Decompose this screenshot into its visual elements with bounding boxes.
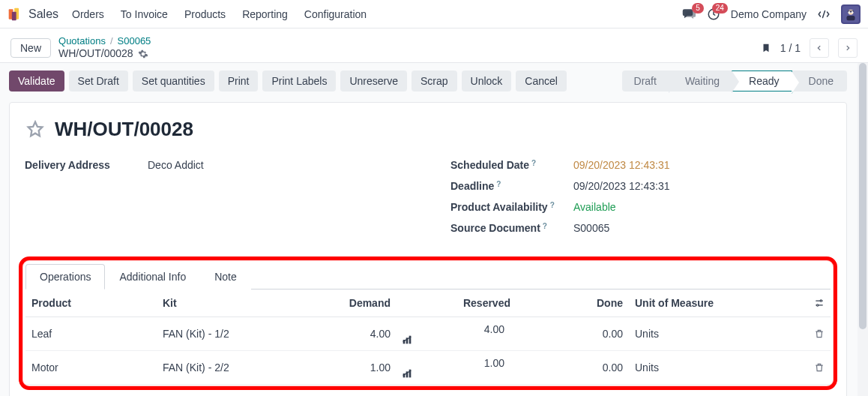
cell-kit: FAN (Kit) - 1/2 <box>157 317 307 351</box>
cell-kit: FAN (Kit) - 2/2 <box>157 351 307 385</box>
company-name[interactable]: Demo Company <box>731 8 807 20</box>
pager-count[interactable]: 1 / 1 <box>780 42 801 54</box>
cell-done[interactable]: 0.00 <box>516 351 629 385</box>
col-uom[interactable]: Unit of Measure <box>629 290 808 317</box>
top-nav: Sales Orders To Invoice Products Reporti… <box>0 0 868 28</box>
bookmark-icon[interactable] <box>761 42 771 54</box>
tab-additional-info[interactable]: Additional Info <box>105 264 200 290</box>
delete-row-icon[interactable] <box>814 328 825 339</box>
tab-note[interactable]: Note <box>200 264 251 290</box>
nav-products[interactable]: Products <box>184 8 226 20</box>
breadcrumb-record: WH/OUT/00028 <box>58 47 133 61</box>
breadcrumb-bar: New Quotations / S00065 WH/OUT/00028 1 /… <box>0 28 868 63</box>
nav-configuration[interactable]: Configuration <box>304 8 367 20</box>
delete-row-icon[interactable] <box>814 362 825 373</box>
gear-icon[interactable] <box>138 49 148 59</box>
svg-point-10 <box>820 300 822 302</box>
vertical-scrollbar[interactable] <box>858 63 868 396</box>
activity-badge: 24 <box>712 3 728 14</box>
status-draft[interactable]: Draft <box>622 70 669 92</box>
cell-demand[interactable]: 4.00 <box>307 317 397 351</box>
col-demand[interactable]: Demand <box>307 290 397 317</box>
validate-button[interactable]: Validate <box>9 70 64 92</box>
cell-reserved[interactable]: 1.00 <box>397 351 516 385</box>
source-document-label: Source Document? <box>450 222 563 234</box>
deadline-value: 09/20/2023 12:43:31 <box>573 180 669 192</box>
col-kit[interactable]: Kit <box>157 290 307 317</box>
scheduled-date-value[interactable]: 09/20/2023 12:43:31 <box>573 159 669 171</box>
status-bar: Draft Waiting Ready Done <box>622 70 847 92</box>
columns-options-icon[interactable] <box>814 298 825 308</box>
svg-point-11 <box>817 304 819 306</box>
table-row[interactable]: Motor FAN (Kit) - 2/2 1.00 1.00 0.00 Uni… <box>25 351 831 385</box>
help-icon[interactable]: ? <box>531 159 536 167</box>
app-title[interactable]: Sales <box>28 8 58 21</box>
pager-prev-button[interactable] <box>810 38 829 58</box>
status-waiting[interactable]: Waiting <box>669 70 732 92</box>
print-labels-button[interactable]: Print Labels <box>262 70 336 92</box>
add-line-link[interactable]: Add a line <box>25 390 831 396</box>
pager-next-button[interactable] <box>838 38 858 58</box>
unlock-button[interactable]: Unlock <box>462 70 512 92</box>
tab-bar: Operations Additional Info Note <box>25 263 831 290</box>
tab-operations[interactable]: Operations <box>25 264 105 290</box>
availability-value: Available <box>573 201 616 213</box>
svg-rect-2 <box>12 11 16 20</box>
breadcrumb-order[interactable]: S00065 <box>118 35 151 47</box>
cell-reserved[interactable]: 4.00 <box>397 317 516 351</box>
set-quantities-button[interactable]: Set quantities <box>133 70 214 92</box>
cell-done[interactable]: 0.00 <box>516 317 629 351</box>
forecast-icon[interactable] <box>403 369 510 378</box>
activity-icon[interactable]: 24 <box>707 8 720 21</box>
favorite-star-icon[interactable] <box>25 119 46 140</box>
delivery-address-value[interactable]: Deco Addict <box>148 159 204 171</box>
help-icon[interactable]: ? <box>550 201 555 209</box>
form-sheet: WH/OUT/00028 Delivery Address Deco Addic… <box>9 102 847 396</box>
availability-label: Product Availability? <box>450 201 563 213</box>
table-row[interactable]: Leaf FAN (Kit) - 1/2 4.00 4.00 0.00 Unit… <box>25 317 831 351</box>
status-done[interactable]: Done <box>792 70 847 92</box>
source-document-value[interactable]: S00065 <box>573 222 609 234</box>
breadcrumb-quotations[interactable]: Quotations <box>58 35 106 47</box>
status-ready[interactable]: Ready <box>732 70 792 92</box>
unreserve-button[interactable]: Unreserve <box>340 70 407 92</box>
app-logo-icon[interactable] <box>7 7 22 22</box>
nav-orders[interactable]: Orders <box>72 8 104 20</box>
col-done[interactable]: Done <box>516 290 629 317</box>
print-button[interactable]: Print <box>219 70 259 92</box>
set-draft-button[interactable]: Set Draft <box>69 70 128 92</box>
help-icon[interactable]: ? <box>543 222 547 230</box>
messaging-icon[interactable]: 5 <box>681 8 696 21</box>
cell-demand[interactable]: 1.00 <box>307 351 397 385</box>
messaging-badge: 5 <box>692 3 704 14</box>
svg-rect-6 <box>847 16 855 20</box>
operations-table: Product Kit Demand Reserved Done Unit of… <box>25 290 831 385</box>
cell-product[interactable]: Leaf <box>25 317 157 351</box>
svg-point-8 <box>848 10 850 13</box>
scrap-button[interactable]: Scrap <box>412 70 457 92</box>
scheduled-date-label: Scheduled Date? <box>450 159 563 171</box>
svg-point-9 <box>852 10 854 13</box>
table-header-row: Product Kit Demand Reserved Done Unit of… <box>25 290 831 317</box>
breadcrumb-sep: / <box>110 35 113 47</box>
record-title: WH/OUT/00028 <box>55 118 193 141</box>
deadline-label: Deadline? <box>450 180 563 192</box>
col-reserved[interactable]: Reserved <box>397 290 516 317</box>
new-button[interactable]: New <box>10 38 51 58</box>
action-toolbar: Validate Set Draft Set quantities Print … <box>9 70 847 92</box>
operations-highlight: Operations Additional Info Note Product … <box>19 256 837 390</box>
help-icon[interactable]: ? <box>496 180 501 188</box>
content-scroll: Validate Set Draft Set quantities Print … <box>0 63 868 396</box>
user-avatar[interactable] <box>841 4 861 24</box>
col-product[interactable]: Product <box>25 290 157 317</box>
cell-product[interactable]: Motor <box>25 351 157 385</box>
delivery-address-label: Delivery Address <box>25 159 137 171</box>
cell-uom[interactable]: Units <box>629 351 808 385</box>
forecast-icon[interactable] <box>403 335 510 344</box>
cell-uom[interactable]: Units <box>629 317 808 351</box>
breadcrumb: Quotations / S00065 <box>58 35 151 47</box>
nav-to-invoice[interactable]: To Invoice <box>121 8 168 20</box>
debug-icon[interactable] <box>817 8 831 21</box>
nav-reporting[interactable]: Reporting <box>242 8 288 20</box>
cancel-button[interactable]: Cancel <box>516 70 567 92</box>
